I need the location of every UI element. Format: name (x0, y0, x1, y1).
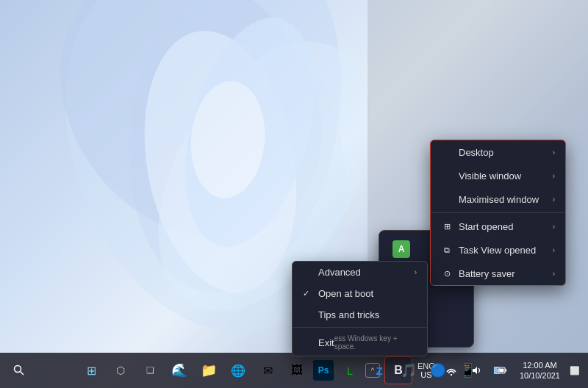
svg-line-8 (21, 372, 24, 376)
chevron-right-icon-6: › (553, 270, 555, 278)
task-view-icon: ⧉ (441, 244, 453, 256)
desktop-icon (441, 146, 453, 158)
widgets-button[interactable]: ⬡ (107, 357, 134, 384)
line-icon[interactable]: L (337, 357, 363, 384)
submenu-divider (293, 327, 427, 328)
menu-item-visible-window[interactable]: Visible window › (431, 164, 565, 187)
start-menu-button[interactable]: ⊞ (78, 357, 104, 384)
start-icon: ⊞ (441, 220, 453, 232)
menu-item-desktop[interactable]: Desktop › (431, 140, 565, 164)
submenu-item-exit[interactable]: ✓ Exit ess Windows key + space. (293, 329, 427, 356)
search-taskbar-icon[interactable] (6, 357, 32, 384)
mail-icon[interactable]: ✉ (254, 357, 281, 384)
visible-window-icon (441, 170, 453, 182)
clock-time: 12:00 AM (523, 360, 556, 370)
clock-date: 10/10/2021 (520, 370, 560, 381)
maps-tray-icon: A (392, 240, 410, 258)
check-open-at-boot: ✓ (303, 289, 309, 298)
menu-item-maximised-window[interactable]: Maximised window › (431, 187, 565, 211)
desktop: A V / B Desktop › (0, 0, 588, 388)
ie-icon[interactable]: 🌐 (225, 357, 251, 384)
chevron-right-icon-3: › (553, 195, 555, 204)
chevron-right-icon-2: › (553, 172, 555, 180)
spotify-icon[interactable]: 🎵 (395, 357, 422, 384)
chevron-right-icon-4: › (553, 223, 555, 231)
store-icon[interactable]: 🖼 (284, 357, 310, 384)
photoshop-icon[interactable]: Ps (313, 360, 334, 381)
system-clock[interactable]: 12:00 AM 10/10/2021 (515, 360, 564, 381)
chevron-right-icon: › (553, 148, 555, 157)
menu-item-start-opened[interactable]: ⊞ Start opened › (431, 215, 565, 238)
chevron-right-icon-5: › (553, 246, 555, 254)
taskbar: ⊞ ⬡ ❑ 🌊 📁 🌐 ✉ 🖼 Ps L Z 🎵 🔵 (0, 353, 588, 388)
battery-icon: ⊙ (441, 267, 453, 279)
chevron-advanced: › (415, 268, 417, 276)
chrome-icon[interactable]: 🔵 (425, 357, 451, 384)
task-view-button[interactable]: ❑ (137, 357, 163, 384)
svg-point-7 (15, 366, 21, 373)
exit-shortcut: ess Windows key + space. (334, 334, 417, 351)
file-explorer-icon[interactable]: 📁 (196, 357, 222, 384)
submenu-item-open-at-boot[interactable]: ✓ Open at boot (293, 283, 427, 304)
notes-b-icon[interactable]: B (484, 357, 510, 384)
phone-link-icon[interactable]: 📱 (454, 357, 481, 384)
submenu-item-advanced[interactable]: ✓ Advanced › (293, 262, 427, 283)
menu-item-battery-saver[interactable]: ⊙ Battery saver › (431, 262, 565, 285)
context-menu-main: Desktop › Visible window › Maximised win… (430, 140, 566, 286)
taskbar-center: ⊞ ⬡ ❑ 🌊 📁 🌐 ✉ 🖼 Ps L Z 🎵 🔵 (78, 357, 510, 384)
taskbar-left (0, 357, 32, 384)
zoom-icon[interactable]: Z (366, 357, 392, 384)
maximised-window-icon (441, 193, 453, 205)
submenu-item-tips[interactable]: ✓ Tips and tricks (293, 304, 427, 326)
notification-button[interactable]: ⬜ (567, 357, 582, 384)
edge-icon[interactable]: 🌊 (166, 357, 193, 384)
menu-divider-1 (431, 212, 565, 213)
menu-item-task-view[interactable]: ⧉ Task View opened › (431, 238, 565, 262)
context-menu-sub: ✓ Advanced › ✓ Open at boot ✓ Tips and t… (292, 261, 428, 356)
